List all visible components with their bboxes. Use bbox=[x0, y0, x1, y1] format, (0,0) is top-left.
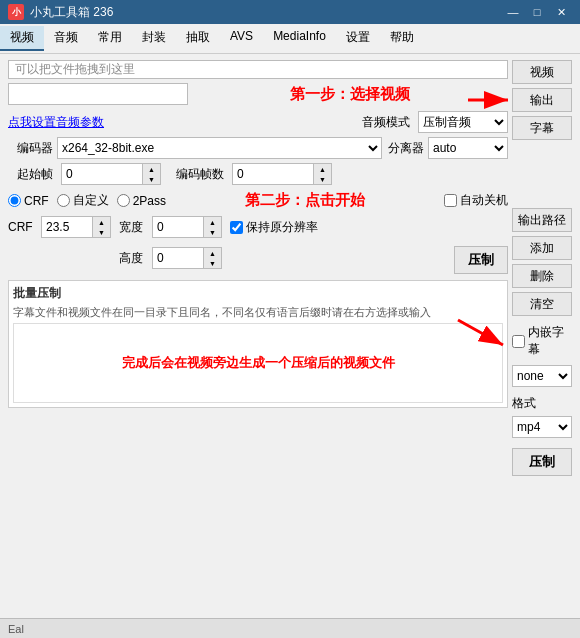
encoder-label: 编码器 bbox=[8, 140, 53, 157]
width-down[interactable]: ▼ bbox=[204, 227, 221, 237]
encoder-row: 编码器 x264_32-8bit.exe x264_64-8bit.exe x2… bbox=[8, 137, 508, 159]
height-label: 高度 bbox=[119, 250, 144, 267]
keep-ratio-checkbox[interactable]: 保持原分辨率 bbox=[230, 219, 318, 236]
audio-settings-link[interactable]: 点我设置音频参数 bbox=[8, 114, 104, 131]
auto-shutdown-checkbox[interactable]: 自动关机 bbox=[444, 192, 508, 209]
width-input[interactable]: ▲ ▼ bbox=[152, 216, 222, 238]
add-button[interactable]: 添加 bbox=[512, 236, 572, 260]
audio-mode-label: 音频模式 bbox=[362, 114, 410, 131]
separator-label: 分离器 bbox=[386, 140, 424, 157]
menu-bar: 视频 音频 常用 封装 抽取 AVS MediaInfo 设置 帮助 bbox=[0, 24, 580, 54]
crf-label: CRF bbox=[8, 220, 33, 234]
drop-area[interactable]: 可以把文件拖拽到这里 bbox=[8, 60, 508, 79]
auto-shutdown-label: 自动关机 bbox=[460, 192, 508, 209]
output-path-button[interactable]: 输出路径 bbox=[512, 208, 572, 232]
radio-crf[interactable]: CRF bbox=[8, 194, 49, 208]
encoder-frames-down[interactable]: ▼ bbox=[314, 174, 331, 184]
step2-label: 第二步：点击开始 bbox=[174, 191, 436, 210]
embed-subtitle-checkbox[interactable]: 内嵌字幕 bbox=[512, 324, 572, 358]
title-bar: 小 小丸工具箱 236 — □ ✕ bbox=[0, 0, 580, 24]
menu-item-mediainfo[interactable]: MediaInfo bbox=[263, 26, 336, 51]
menu-item-audio[interactable]: 音频 bbox=[44, 26, 88, 51]
compress-button-batch[interactable]: 压制 bbox=[512, 448, 572, 476]
start-frame-label: 起始帧 bbox=[8, 166, 53, 183]
batch-title: 批量压制 bbox=[13, 285, 503, 302]
status-text: Eal bbox=[8, 623, 24, 635]
compress-button-main[interactable]: 压制 bbox=[454, 246, 508, 274]
height-down[interactable]: ▼ bbox=[204, 258, 221, 268]
title-bar-left: 小 小丸工具箱 236 bbox=[8, 4, 113, 21]
radio-crf-label: CRF bbox=[24, 194, 49, 208]
delete-button[interactable]: 删除 bbox=[512, 264, 572, 288]
maximize-button[interactable]: □ bbox=[526, 3, 548, 21]
crf-input[interactable]: ▲ ▼ bbox=[41, 216, 111, 238]
batch-list[interactable]: 完成后会在视频旁边生成一个压缩后的视频文件 bbox=[13, 323, 503, 403]
batch-desc: 字幕文件和视频文件在同一目录下且同名，不同名仅有语言后缀时请在右方选择或输入 bbox=[13, 305, 503, 320]
radio-twopass-label: 2Pass bbox=[133, 194, 166, 208]
format-select[interactable]: mp4 mkv flv bbox=[512, 416, 572, 438]
crf-up[interactable]: ▲ bbox=[93, 217, 110, 227]
encoder-select[interactable]: x264_32-8bit.exe x264_64-8bit.exe x265_3… bbox=[57, 137, 382, 159]
menu-item-help[interactable]: 帮助 bbox=[380, 26, 424, 51]
video-button[interactable]: 视频 bbox=[512, 60, 572, 84]
subtitle-button[interactable]: 字幕 bbox=[512, 116, 572, 140]
menu-item-pack[interactable]: 封装 bbox=[132, 26, 176, 51]
menu-item-common[interactable]: 常用 bbox=[88, 26, 132, 51]
keep-ratio-label: 保持原分辨率 bbox=[246, 219, 318, 236]
menu-item-video[interactable]: 视频 bbox=[0, 26, 44, 51]
format-label: 格式 bbox=[512, 395, 572, 412]
menu-item-extract[interactable]: 抽取 bbox=[176, 26, 220, 51]
clear-button[interactable]: 清空 bbox=[512, 292, 572, 316]
close-button[interactable]: ✕ bbox=[550, 3, 572, 21]
start-frame-down[interactable]: ▼ bbox=[143, 174, 160, 184]
encoder-frames-up[interactable]: ▲ bbox=[314, 164, 331, 174]
output-button[interactable]: 输出 bbox=[512, 88, 572, 112]
drop-area-placeholder: 可以把文件拖拽到这里 bbox=[15, 61, 135, 78]
height-up[interactable]: ▲ bbox=[204, 248, 221, 258]
start-frame-input[interactable]: ▲ ▼ bbox=[61, 163, 161, 185]
batch-section: 批量压制 字幕文件和视频文件在同一目录下且同名，不同名仅有语言后缀时请在右方选择… bbox=[8, 280, 508, 408]
batch-list-text: 完成后会在视频旁边生成一个压缩后的视频文件 bbox=[122, 354, 395, 372]
encoder-frames-label: 编码帧数 bbox=[169, 166, 224, 183]
start-frame-up[interactable]: ▲ bbox=[143, 164, 160, 174]
separator-select[interactable]: auto L-SMASH ffms bbox=[428, 137, 508, 159]
app-icon: 小 bbox=[8, 4, 24, 20]
radio-twopass[interactable]: 2Pass bbox=[117, 194, 166, 208]
step1-label: 第一步：选择视频 bbox=[192, 85, 508, 104]
app-title: 小丸工具箱 236 bbox=[30, 4, 113, 21]
main-content: 可以把文件拖拽到这里 第一步：选择视频 点我设置音频参数 音频模式 压制音频 复… bbox=[0, 54, 580, 638]
minimize-button[interactable]: — bbox=[502, 3, 524, 21]
subtitle-file-input[interactable] bbox=[8, 83, 188, 105]
embed-subtitle-label: 内嵌字幕 bbox=[528, 324, 572, 358]
encoder-frames-input[interactable]: ▲ ▼ bbox=[232, 163, 332, 185]
status-bar: Eal bbox=[0, 618, 580, 638]
crf-down[interactable]: ▼ bbox=[93, 227, 110, 237]
height-input[interactable]: ▲ ▼ bbox=[152, 247, 222, 269]
none-select[interactable]: none bbox=[512, 365, 572, 387]
radio-custom-label: 自定义 bbox=[73, 192, 109, 209]
right-panel: 视频 输出 字幕 输出路径 添加 删除 清空 内嵌字幕 bbox=[512, 60, 572, 476]
width-up[interactable]: ▲ bbox=[204, 217, 221, 227]
menu-item-avs[interactable]: AVS bbox=[220, 26, 263, 51]
menu-item-settings[interactable]: 设置 bbox=[336, 26, 380, 51]
width-label: 宽度 bbox=[119, 219, 144, 236]
window-controls: — □ ✕ bbox=[502, 3, 572, 21]
audio-mode-select[interactable]: 压制音频 复制音频 不含音频 bbox=[418, 111, 508, 133]
radio-custom[interactable]: 自定义 bbox=[57, 192, 109, 209]
